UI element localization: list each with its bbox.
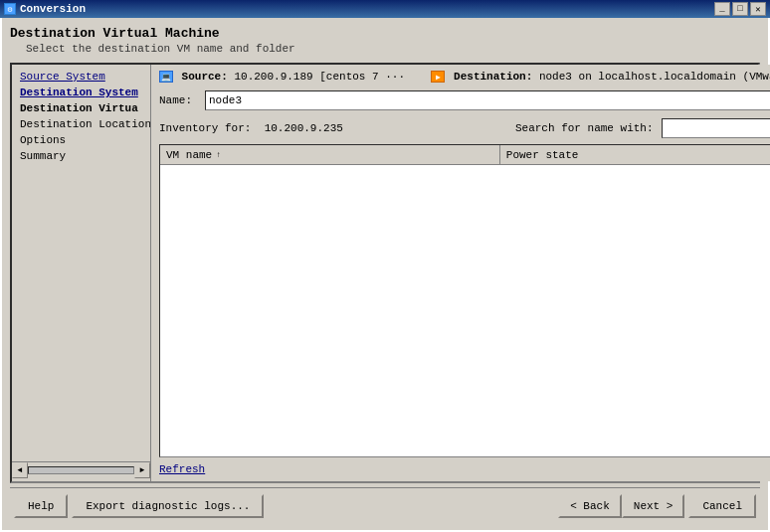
main-area: Source System Destination System Destina… (10, 63, 760, 483)
dest-label: ▶ Destination: (431, 71, 538, 83)
sidebar-item-destination-location[interactable]: Destination Location (12, 116, 150, 132)
scroll-track[interactable] (28, 466, 134, 474)
help-button[interactable]: Help (14, 494, 68, 518)
vm-table: VM name ↑ Power state (159, 144, 770, 457)
sidebar-item-source-system[interactable]: Source System (12, 69, 150, 85)
sidebar-item-summary[interactable]: Summary (12, 148, 150, 164)
header-section: Destination Virtual Machine Select the d… (10, 26, 760, 55)
export-logs-button[interactable]: Export diagnostic logs... (72, 494, 264, 518)
sidebar-items: Source System Destination System Destina… (12, 69, 150, 461)
source-details: 10.200.9.189 [centos 7 ··· (234, 71, 405, 83)
inventory-row: Inventory for: 10.200.9.235 Search for n… (159, 118, 770, 138)
source-label: 💻 Source: (159, 71, 234, 83)
name-label: Name: (159, 94, 199, 106)
scroll-right-arrow[interactable]: ► (134, 462, 150, 478)
window-title: Conversion (20, 3, 86, 15)
table-header: VM name ↑ Power state (160, 145, 770, 165)
sidebar-item-destination-virtual[interactable]: Destination Virtua (12, 100, 150, 116)
table-body (160, 165, 770, 456)
sort-arrow-icon: ↑ (216, 150, 221, 159)
col-vm-name-label: VM name (166, 149, 212, 161)
window-body: Destination Virtual Machine Select the d… (0, 18, 770, 532)
col-header-vm-name[interactable]: VM name ↑ (160, 145, 500, 164)
page-title: Destination Virtual Machine (10, 26, 760, 41)
page-subtitle: Select the destination VM name and folde… (26, 43, 760, 55)
scroll-left-arrow[interactable]: ◄ (12, 462, 28, 478)
sidebar-item-destination-system[interactable]: Destination System (12, 85, 150, 100)
inventory-value: 10.200.9.235 (265, 122, 343, 134)
source-dest-bar: 💻 Source: 10.200.9.189 [centos 7 ··· ▶ D… (159, 71, 770, 83)
cancel-button[interactable]: Cancel (688, 494, 756, 518)
dest-details: node3 on localhost.localdomain (VMware E… (539, 71, 770, 83)
sidebar-item-options[interactable]: Options (12, 132, 150, 148)
name-input[interactable] (205, 90, 770, 110)
refresh-link[interactable]: Refresh (159, 463, 770, 475)
sidebar-scroll: Source System Destination System Destina… (12, 69, 150, 477)
name-row: Name: (159, 90, 770, 110)
search-input[interactable] (662, 118, 770, 138)
vm-icon: ▶ (431, 71, 445, 83)
bottom-bar: Help Export diagnostic logs... < Back Ne… (10, 487, 760, 522)
next-button[interactable]: Next > (622, 494, 685, 518)
sidebar-horizontal-scrollbar[interactable]: ◄ ► (12, 461, 150, 477)
sidebar: Source System Destination System Destina… (12, 65, 151, 481)
back-button[interactable]: < Back (558, 494, 622, 518)
window-controls: _ □ ✕ (714, 2, 766, 16)
computer-icon: 💻 (159, 71, 173, 83)
inventory-label: Inventory for: 10.200.9.235 (159, 122, 343, 134)
maximize-button[interactable]: □ (732, 2, 748, 16)
app-icon: ⚙ (4, 3, 16, 15)
title-bar: ⚙ Conversion _ □ ✕ (0, 0, 770, 18)
col-power-state-label: Power state (506, 149, 579, 161)
close-button[interactable]: ✕ (750, 2, 766, 16)
minimize-button[interactable]: _ (714, 2, 730, 16)
search-label: Search for name with: (515, 122, 654, 134)
col-header-power-state[interactable]: Power state (500, 145, 770, 164)
content-panel: 💻 Source: 10.200.9.189 [centos 7 ··· ▶ D… (151, 65, 770, 481)
nav-buttons: < Back Next > (558, 494, 684, 518)
